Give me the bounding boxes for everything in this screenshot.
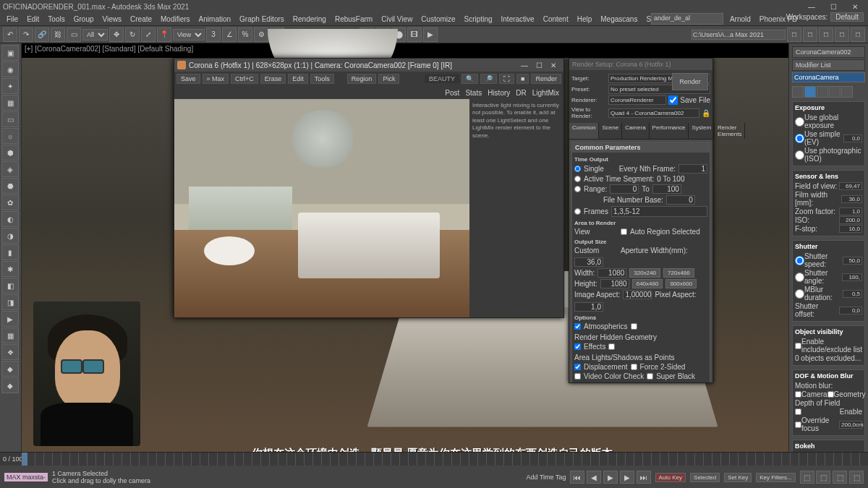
timeline-cursor[interactable] (22, 453, 27, 466)
save-button[interactable]: Save (176, 74, 200, 84)
time-tag[interactable]: Add Time Tag (527, 474, 566, 481)
tab-performance[interactable]: Performance (650, 123, 689, 139)
corona-tab[interactable]: Stats (465, 89, 482, 97)
render-view[interactable] (174, 99, 469, 317)
minimize-button[interactable]: — (801, 1, 822, 12)
menu-item[interactable]: Create (127, 15, 156, 23)
render-setup-window[interactable]: Render Setup: Corona 6 (Hotfix 1) Target… (569, 58, 713, 383)
tool-icon[interactable]: ☼ (1, 128, 19, 144)
tool-icon[interactable]: ⬢ (1, 145, 19, 160)
preset-640-button[interactable]: 640x480 (632, 279, 663, 288)
tool-icon[interactable]: ✱ (1, 261, 19, 277)
tab-camera[interactable]: Camera (622, 123, 649, 139)
modifier-list[interactable]: Modifier List (792, 59, 865, 71)
corona-tab[interactable]: Post (445, 89, 459, 97)
tool-icon[interactable]: ▣ (1, 45, 19, 61)
override-focus-check[interactable] (795, 421, 801, 428)
auto-key-button[interactable]: Auto Key (655, 473, 686, 482)
frames-radio[interactable] (574, 208, 581, 215)
tool-icon[interactable]: ▦ (1, 328, 19, 343)
pixel-aspect-spinner[interactable]: 1,0 (574, 302, 603, 312)
menu-item[interactable]: Scripting (461, 15, 496, 23)
rollout-header[interactable]: DOF & Motion Blur (795, 372, 862, 380)
maximize-icon[interactable]: ☐ (532, 61, 546, 69)
tool-icon[interactable]: ▮ (1, 244, 19, 260)
menu-item[interactable]: Content (540, 15, 572, 23)
tool-icon[interactable]: ◉ (1, 61, 19, 77)
vcc-check[interactable] (574, 373, 581, 380)
tools-button[interactable]: Tools (310, 74, 334, 84)
nav-icon[interactable]: ⬚ (800, 471, 814, 484)
to-max-button[interactable]: » Max (203, 74, 229, 84)
user-account[interactable]: ander_de_al (651, 13, 723, 25)
tab-icon[interactable] (804, 86, 816, 98)
tool-icon[interactable]: ◑ (1, 228, 19, 244)
menu-item[interactable]: Megascans (597, 15, 641, 23)
preset-720-button[interactable]: 720x486 (663, 268, 694, 278)
displacement-check[interactable] (574, 364, 581, 370)
use-simple-radio[interactable] (795, 134, 804, 143)
goto-start-icon[interactable]: ⏮ (570, 471, 584, 484)
tool-icon[interactable]: ⬣ (1, 178, 19, 194)
goto-end-icon[interactable]: ⏭ (637, 471, 651, 484)
camera-name[interactable]: CoronaCamera002 (792, 46, 865, 58)
menu-item[interactable]: Graph Editors (236, 15, 288, 23)
renderer-select[interactable]: CoronaRenderer (608, 95, 666, 105)
output-size-select[interactable]: Custom (574, 247, 618, 254)
area-select[interactable]: View (574, 228, 618, 236)
workspace-selector[interactable]: Workspaces:Default (786, 13, 864, 21)
key-filters-button[interactable]: Key Filters... (756, 473, 795, 482)
render-frame-icon[interactable]: ▶ (423, 27, 438, 42)
project-path[interactable] (692, 30, 786, 40)
play-icon[interactable]: ▶ (1, 311, 19, 327)
menu-item[interactable]: File (3, 15, 22, 23)
menu-item[interactable]: Edit (23, 15, 43, 23)
tool-icon[interactable]: ◆ (1, 361, 19, 377)
tab-common[interactable]: Common (569, 123, 599, 139)
mblur-radio[interactable] (795, 289, 804, 299)
tool-icon[interactable]: ◨ (1, 294, 19, 310)
enable-inc-excl-check[interactable] (795, 343, 801, 349)
maximize-button[interactable]: ☐ (823, 1, 843, 12)
lock-icon[interactable]: 🔒 (702, 109, 710, 117)
tool-icon[interactable]: ❖ (1, 344, 19, 360)
range-radio[interactable] (574, 186, 581, 192)
single-radio[interactable] (574, 166, 581, 172)
tab-icon[interactable] (829, 86, 841, 98)
tab-icon[interactable] (817, 86, 828, 98)
active-radio[interactable] (574, 176, 581, 182)
percent-snap-icon[interactable]: % (238, 27, 252, 42)
tool-icon[interactable]: ✦ (1, 78, 19, 94)
selected-button[interactable]: Selected (690, 473, 720, 482)
tool-icon[interactable]: ◆ (1, 377, 19, 393)
next-frame-icon[interactable]: ▶ (620, 471, 634, 484)
mb-geo-check[interactable] (827, 391, 834, 398)
nav-icon[interactable]: ⬚ (816, 471, 830, 484)
render-button[interactable]: Render (531, 74, 561, 84)
width-spinner[interactable]: 1080 (597, 268, 626, 278)
save-file-check[interactable] (668, 95, 678, 105)
preset-800-button[interactable]: 800x600 (665, 279, 697, 288)
channel-selector[interactable]: BEAUTY (425, 74, 459, 83)
rollout-header[interactable]: Bokeh (795, 442, 862, 450)
view-select[interactable]: Quad 4 - CoronaCamera002 (608, 108, 699, 118)
snap-icon[interactable]: 3 (206, 27, 221, 42)
shutter-speed-radio[interactable] (795, 256, 804, 265)
zoom-out-icon[interactable]: 🔎 (480, 74, 497, 84)
menu-item[interactable]: Modifiers (157, 15, 194, 23)
redo-icon[interactable]: ↷ (19, 27, 33, 42)
range-from-spinner[interactable]: 0 (610, 184, 639, 194)
close-icon[interactable]: ✕ (546, 61, 561, 69)
frames-input[interactable] (611, 206, 707, 217)
range-to-spinner[interactable]: 100 (652, 184, 681, 194)
region-button[interactable]: Region (347, 74, 377, 84)
fit-icon[interactable]: ⛶ (499, 74, 514, 84)
force-2sided-check[interactable] (631, 364, 637, 370)
tab-system[interactable]: System (689, 123, 715, 139)
super-black-check[interactable] (647, 373, 653, 380)
rollout-header[interactable]: Sensor & lens (795, 173, 862, 180)
area-lights-check[interactable] (608, 343, 615, 350)
tab-elements[interactable]: Render Elements (715, 123, 745, 139)
tool-icon[interactable]: □ (787, 27, 801, 42)
tool-icon[interactable]: ▭ (1, 111, 19, 127)
